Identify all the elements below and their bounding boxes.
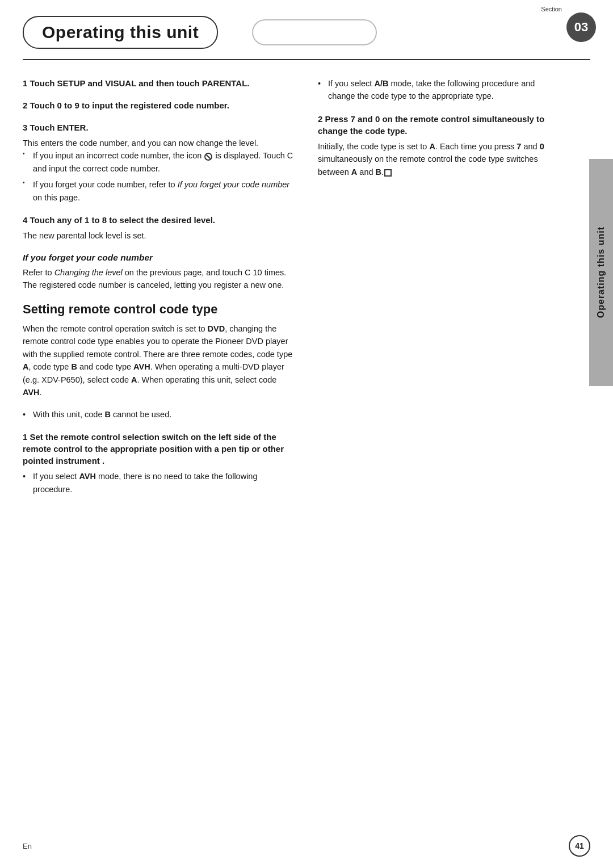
step-set-1-bullet-1: If you select AVH mode, there is no need… <box>23 470 295 496</box>
setting-heading: Setting remote control code type <box>23 302 295 317</box>
setting-bullets: With this unit, code B cannot be used. <box>23 408 295 421</box>
step-4-block: 4 Touch any of 1 to 8 to select the desi… <box>23 214 295 242</box>
step-set-1-block: 1 Set the remote control selection switc… <box>23 431 295 496</box>
setting-block: Setting remote control code type When th… <box>23 302 295 421</box>
right-step-2-block: 2 Press 7 and 0 on the remote control si… <box>318 113 562 178</box>
step-3-block: 3 Touch ENTER. This enters the code numb… <box>23 121 295 204</box>
main-content: 1 Touch SETUP and VISUAL and then touch … <box>0 60 613 506</box>
right-column: If you select A/B mode, take the followi… <box>318 77 590 506</box>
sidebar-vertical-text: Operating this unit <box>596 227 606 318</box>
title-box: Operating this unit <box>23 16 218 49</box>
section-number: 03 <box>566 12 596 42</box>
forget-body: Refer to Changing the level on the previ… <box>23 266 295 292</box>
header-area: Operating this unit Section 03 <box>0 0 613 49</box>
setting-body1: When the remote control operation switch… <box>23 322 295 399</box>
step-1-block: 1 Touch SETUP and VISUAL and then touch … <box>23 77 295 89</box>
right-step-2-heading: 2 Press 7 and 0 on the remote control si… <box>318 113 562 137</box>
step-4-body: The new parental lock level is set. <box>23 229 295 242</box>
setting-bullet-1: With this unit, code B cannot be used. <box>23 408 295 421</box>
bullet-ab-item: If you select A/B mode, take the followi… <box>318 77 562 103</box>
right-step-2-body: Initially, the code type is set to A. Ea… <box>318 140 562 178</box>
footer-page: 41 <box>569 835 590 857</box>
step-3-bullet-1: If you input an incorrect code number, t… <box>23 149 295 175</box>
footer: En 41 <box>0 835 613 857</box>
page-container: Operating this unit Section 03 Operating… <box>0 0 613 868</box>
step-set-1-bullets: If you select AVH mode, there is no need… <box>23 470 295 496</box>
step-4-heading: 4 Touch any of 1 to 8 to select the desi… <box>23 214 295 226</box>
bullet-ab-list: If you select A/B mode, take the followi… <box>318 77 562 103</box>
left-column: 1 Touch SETUP and VISUAL and then touch … <box>23 77 295 506</box>
forget-heading: If you forget your code number <box>23 253 295 263</box>
footer-lang: En <box>23 842 32 850</box>
forget-block: If you forget your code number Refer to … <box>23 253 295 292</box>
step-2-heading: 2 Touch 0 to 9 to input the registered c… <box>23 99 295 111</box>
step-1-heading: 1 Touch SETUP and VISUAL and then touch … <box>23 77 295 89</box>
sidebar-vertical: Operating this unit <box>589 159 613 386</box>
page-title: Operating this unit <box>42 23 199 41</box>
step-3-body: This enters the code number, and you can… <box>23 137 295 204</box>
section-label: Section <box>541 6 562 12</box>
step-3-bullet-2: If you forget your code number, refer to… <box>23 178 295 204</box>
step-2-block: 2 Touch 0 to 9 to input the registered c… <box>23 99 295 111</box>
header-right-box <box>252 19 377 45</box>
step-3-bullets: If you input an incorrect code number, t… <box>23 149 295 204</box>
step-3-heading: 3 Touch ENTER. <box>23 121 295 133</box>
bullet-ab-block: If you select A/B mode, take the followi… <box>318 77 562 103</box>
step-set-1-heading: 1 Set the remote control selection switc… <box>23 431 295 467</box>
small-square-icon <box>384 169 392 177</box>
no-symbol-icon <box>204 153 212 161</box>
